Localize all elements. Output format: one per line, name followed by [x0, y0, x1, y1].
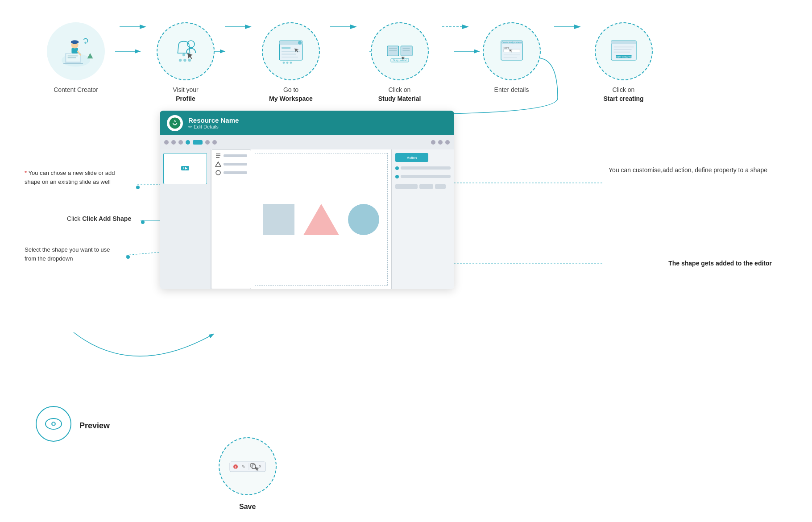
- flow-arrow-3: [330, 22, 357, 31]
- shape-option-triangle: [215, 161, 247, 167]
- editor-header: Resource Name ✏ Edit Details: [160, 111, 454, 135]
- shape-added-annotation: The shape gets added to the editor: [668, 259, 772, 268]
- save-circle[interactable]: ! ✎ ×: [219, 437, 277, 495]
- svg-point-28: [182, 54, 185, 56]
- toolbar-dot-r1: [431, 140, 435, 145]
- toolbar-dot-5: [193, 140, 203, 145]
- step-circle-study: Study material: [371, 22, 429, 80]
- toolbar-dot-3: [178, 140, 183, 145]
- flow-arrow-5: [554, 22, 581, 31]
- flow-arrow-2: [225, 22, 252, 31]
- slide-thumb-1[interactable]: 1 ▶: [163, 153, 207, 184]
- svg-rect-93: [252, 465, 256, 468]
- toolbar-dot-1: [164, 140, 169, 145]
- svg-point-31: [179, 59, 182, 62]
- right-property-panel[interactable]: Action: [392, 149, 454, 289]
- svg-marker-60: [462, 25, 469, 29]
- flow-arrow-4: [442, 22, 469, 31]
- rp-dot-2: [395, 175, 399, 178]
- step-circle-profile: [157, 22, 215, 80]
- svg-marker-35: [245, 25, 252, 29]
- svg-point-44: [283, 62, 285, 64]
- editor-mockup: Resource Name ✏ Edit Details 1 ▶: [160, 111, 454, 289]
- step-label-profile: Visit your Profile: [173, 86, 198, 103]
- triangle-icon: [215, 161, 221, 167]
- step-visit-profile: Visit your Profile: [150, 22, 221, 103]
- svg-rect-50: [401, 46, 412, 56]
- step-circle-details: Create study material Name: [483, 22, 541, 80]
- toolbar-dot-r2: [438, 140, 443, 145]
- add-shape-dot: [141, 220, 145, 224]
- svg-rect-39: [282, 47, 290, 49]
- canvas-circle: [348, 204, 379, 235]
- step-start-creating: START CREATING Click on Start creating: [584, 22, 663, 103]
- svg-point-78: [170, 117, 181, 128]
- svg-text:×: ×: [259, 464, 261, 469]
- svg-point-24: [84, 41, 87, 44]
- slides-panel[interactable]: 1 ▶: [160, 149, 211, 289]
- svg-rect-72: [611, 41, 636, 44]
- select-shape-annotation: Select the shape you want to use from th…: [25, 245, 123, 263]
- right-panel-button[interactable]: Action: [395, 153, 428, 162]
- rp-line-2: [401, 175, 451, 178]
- slide-note-text: You can chose a new slide or add shape o…: [25, 170, 115, 185]
- circle-icon: [215, 170, 221, 176]
- canvas-rectangle: [263, 204, 294, 235]
- svg-text:!: !: [235, 466, 236, 469]
- canvas-shapes: [263, 204, 379, 235]
- svg-point-45: [286, 62, 289, 64]
- svg-rect-18: [71, 48, 78, 54]
- step-label-study: Click on Study Material: [378, 86, 421, 103]
- step-my-workspace: Go to My Workspace: [255, 22, 327, 103]
- svg-point-83: [216, 170, 220, 175]
- step-study-material: Study material Click on Study Material: [360, 22, 439, 103]
- rp-small-2: [419, 184, 433, 189]
- step-circle-workspace: [262, 22, 320, 80]
- flow-arrow-1: [120, 22, 146, 31]
- right-panel-row-1: [395, 166, 451, 170]
- svg-point-33: [188, 59, 191, 62]
- preview-circle[interactable]: [36, 406, 71, 442]
- svg-marker-70: [574, 25, 581, 29]
- svg-marker-82: [215, 162, 221, 166]
- canvas-area[interactable]: [251, 149, 392, 289]
- step-circle-start: START CREATING: [595, 22, 653, 80]
- svg-text:START CREATING: START CREATING: [615, 56, 632, 58]
- shapes-dropdown-panel[interactable]: [211, 149, 251, 289]
- shape-option-lines: [215, 153, 247, 159]
- step-label-start: Click on Start creating: [603, 86, 643, 103]
- right-panel-bottom-row: [395, 184, 451, 189]
- step-label-creator: Content Creator: [54, 86, 98, 95]
- toolbar-dot-4: [186, 140, 190, 145]
- rp-line-1: [401, 166, 451, 170]
- right-panel-row-2: [395, 174, 451, 179]
- shape-option-circle: [215, 170, 247, 176]
- add-shape-annotation: Click Click Add Shape: [67, 214, 131, 224]
- toolbar-dot-6: [205, 140, 210, 145]
- toolbar-dot-r3: [445, 140, 450, 145]
- step-label-workspace: Go to My Workspace: [269, 86, 313, 103]
- svg-point-46: [290, 62, 292, 64]
- svg-marker-25: [87, 53, 93, 58]
- canvas-triangle: [303, 204, 339, 235]
- svg-rect-17: [63, 63, 83, 64]
- svg-rect-65: [503, 49, 520, 52]
- rp-small-3: [435, 184, 446, 189]
- rp-dot-1: [395, 166, 399, 170]
- svg-point-29: [187, 41, 195, 48]
- preview-label: Preview: [79, 421, 110, 431]
- step-content-creator: Content Creator: [36, 22, 116, 95]
- save-label: Save: [239, 503, 256, 511]
- svg-text:Name: Name: [503, 47, 509, 49]
- toolbar-dot-7: [212, 140, 217, 145]
- editor-toolbar: [160, 135, 454, 149]
- slide-note-dot: [136, 186, 140, 189]
- toolbar-dot-2: [171, 140, 176, 145]
- svg-text:Study material: Study material: [393, 59, 406, 62]
- svg-point-20: [71, 40, 79, 44]
- edit-details-link[interactable]: ✏ Edit Details: [188, 124, 239, 130]
- svg-point-32: [183, 59, 186, 62]
- customise-annotation: You can customise,add action, define pro…: [609, 165, 767, 175]
- resource-name: Resource Name: [188, 116, 239, 124]
- svg-point-86: [53, 423, 55, 425]
